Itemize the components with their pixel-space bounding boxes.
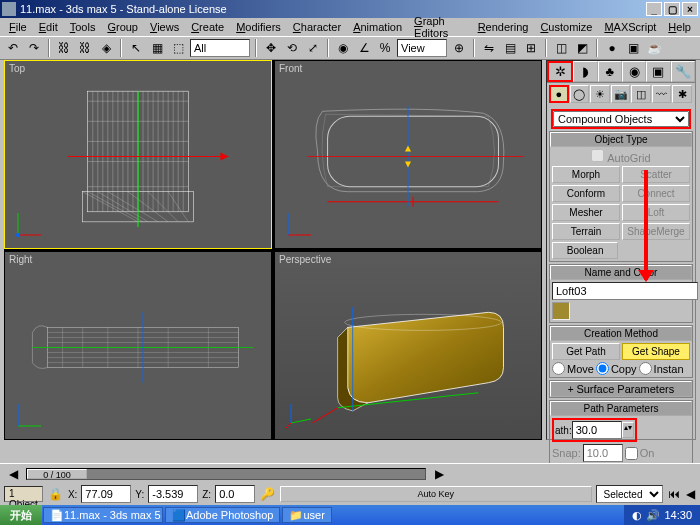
link-icon[interactable]: ⛓	[55, 39, 73, 57]
morph-button[interactable]: Morph	[552, 166, 620, 183]
menu-file[interactable]: File	[4, 20, 32, 34]
display-tab[interactable]: ▣	[646, 61, 670, 82]
copy-radio[interactable]	[596, 362, 609, 375]
viewport-perspective[interactable]: Perspective	[274, 251, 542, 440]
object-type-header[interactable]: Object Type	[550, 132, 692, 147]
render-scene-icon[interactable]: ▣	[624, 39, 642, 57]
menu-character[interactable]: Character	[288, 20, 346, 34]
snap-value-input[interactable]	[583, 444, 623, 462]
on-check[interactable]	[625, 447, 638, 460]
time-thumb[interactable]: 0 / 100	[27, 469, 87, 479]
trackview-icon[interactable]: ◩	[573, 39, 591, 57]
mirror-icon[interactable]: ⇋	[480, 39, 498, 57]
utilities-tab[interactable]: 🔧	[671, 61, 695, 82]
tray-icon[interactable]: 🔊	[646, 509, 660, 522]
time-slider[interactable]: 0 / 100	[26, 468, 426, 480]
min-button[interactable]: _	[646, 2, 662, 16]
y-coord[interactable]	[148, 485, 198, 503]
space-warps-icon[interactable]: 〰	[652, 85, 672, 103]
task-photoshop[interactable]: 🟦Adobe Photoshop	[165, 507, 280, 523]
connect-button[interactable]: Connect	[622, 185, 690, 202]
name-color-header[interactable]: Name and Color	[550, 265, 692, 280]
menu-rendering[interactable]: Rendering	[473, 20, 534, 34]
menu-animation[interactable]: Animation	[348, 20, 407, 34]
viewport-front[interactable]: Front	[274, 60, 542, 249]
key-mode-select[interactable]: Selected	[596, 485, 663, 503]
ref-coord[interactable]	[397, 39, 447, 57]
undo-icon[interactable]: ↶	[4, 39, 22, 57]
prev-frame-icon[interactable]: ◀	[4, 465, 22, 483]
terrain-button[interactable]: Terrain	[552, 223, 620, 240]
percent-snap-icon[interactable]: %	[376, 39, 394, 57]
surface-params-header[interactable]: + Surface Parameters	[550, 381, 692, 397]
lights-icon[interactable]: ☀	[590, 85, 610, 103]
array-icon[interactable]: ⊞	[522, 39, 540, 57]
menu-edit[interactable]: Edit	[34, 20, 63, 34]
menu-maxscript[interactable]: MAXScript	[599, 20, 661, 34]
snap-icon[interactable]: ◉	[334, 39, 352, 57]
geometry-icon[interactable]: ●	[549, 85, 569, 103]
path-params-header[interactable]: Path Parameters	[550, 401, 692, 416]
menu-help[interactable]: Help	[663, 20, 696, 34]
viewport-right[interactable]: Right	[4, 251, 272, 440]
creation-method-header[interactable]: Creation Method	[550, 326, 692, 341]
boolean-button[interactable]: Boolean	[552, 242, 618, 259]
move-icon[interactable]: ✥	[262, 39, 280, 57]
align-icon[interactable]: ▤	[501, 39, 519, 57]
viewport-top[interactable]: Top	[4, 60, 272, 249]
close-button[interactable]: ×	[682, 2, 698, 16]
selection-filter[interactable]	[190, 39, 250, 57]
instance-radio[interactable]	[639, 362, 652, 375]
select-name-icon[interactable]: ▦	[148, 39, 166, 57]
select-icon[interactable]: ↖	[127, 39, 145, 57]
modify-tab[interactable]: ◗	[573, 61, 597, 82]
key-icon[interactable]: 🔑	[259, 485, 276, 503]
shapemerge-button[interactable]: ShapeMerge	[622, 223, 690, 240]
motion-tab[interactable]: ◉	[622, 61, 646, 82]
center-icon[interactable]: ⊕	[450, 39, 468, 57]
systems-icon[interactable]: ✱	[672, 85, 692, 103]
unlink-icon[interactable]: ⛓	[76, 39, 94, 57]
region-icon[interactable]: ⬚	[169, 39, 187, 57]
mesher-button[interactable]: Mesher	[552, 204, 620, 221]
loft-button[interactable]: Loft	[622, 204, 690, 221]
angle-snap-icon[interactable]: ∠	[355, 39, 373, 57]
scatter-button[interactable]: Scatter	[622, 166, 690, 183]
start-button[interactable]: 开始	[0, 505, 42, 525]
hierarchy-tab[interactable]: ♣	[598, 61, 622, 82]
menu-create[interactable]: Create	[186, 20, 229, 34]
z-coord[interactable]	[215, 485, 255, 503]
get-shape-button[interactable]: Get Shape	[622, 343, 690, 360]
max-button[interactable]: ▢	[664, 2, 680, 16]
next-frame-icon[interactable]: ▶	[430, 465, 448, 483]
autokey-button[interactable]: Auto Key	[280, 486, 591, 502]
menu-customize[interactable]: Customize	[535, 20, 597, 34]
spinner-icon[interactable]: ▴▾	[622, 422, 634, 438]
schematic-icon[interactable]: ◫	[552, 39, 570, 57]
helpers-icon[interactable]: ◫	[631, 85, 651, 103]
path-value-input[interactable]	[572, 421, 622, 439]
get-path-button[interactable]: Get Path	[552, 343, 620, 360]
rotate-icon[interactable]: ⟲	[283, 39, 301, 57]
goto-start-icon[interactable]: ⏮	[667, 485, 681, 503]
color-swatch[interactable]	[552, 302, 570, 320]
object-name-input[interactable]	[552, 282, 698, 300]
redo-icon[interactable]: ↷	[25, 39, 43, 57]
category-dropdown[interactable]: Compound Objects	[551, 109, 691, 129]
conform-button[interactable]: Conform	[552, 185, 620, 202]
prev-key-icon[interactable]: ◀	[685, 485, 696, 503]
quick-render-icon[interactable]: ☕	[645, 39, 663, 57]
move-radio[interactable]	[552, 362, 565, 375]
shapes-icon[interactable]: ◯	[570, 85, 590, 103]
task-3dsmax[interactable]: 📄11.max - 3ds max 5 - Sta...	[43, 507, 163, 523]
system-tray[interactable]: ◐ 🔊 14:30	[624, 505, 700, 525]
tray-icon[interactable]: ◐	[632, 509, 642, 522]
material-icon[interactable]: ●	[603, 39, 621, 57]
scale-icon[interactable]: ⤢	[304, 39, 322, 57]
cameras-icon[interactable]: 📷	[611, 85, 631, 103]
menu-views[interactable]: Views	[145, 20, 184, 34]
menu-tools[interactable]: Tools	[65, 20, 101, 34]
x-coord[interactable]	[81, 485, 131, 503]
menu-group[interactable]: Group	[102, 20, 143, 34]
create-tab[interactable]: ✲	[547, 61, 573, 82]
